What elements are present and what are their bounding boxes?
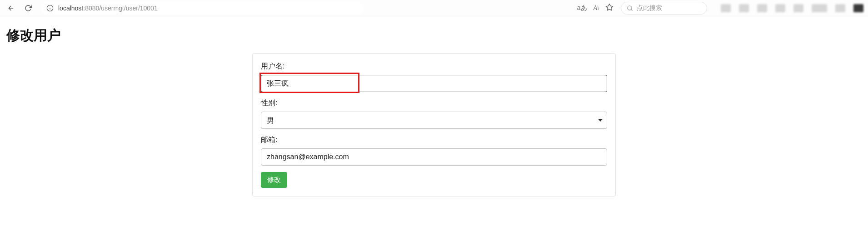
- blurred-extension-icon[interactable]: [739, 4, 749, 12]
- star-icon: [605, 3, 614, 11]
- svg-marker-4: [606, 4, 613, 10]
- favorite-button[interactable]: [605, 3, 614, 13]
- edit-user-form-card: 用户名: 性别: 男 邮箱: 修改: [252, 53, 616, 196]
- translate-icon[interactable]: aあ: [577, 4, 587, 12]
- browser-search-box[interactable]: 点此搜索: [621, 2, 707, 15]
- browser-toolbar: localhost:8080/usermgt/user/10001 aあ A\ …: [0, 0, 868, 16]
- blurred-extension-icon[interactable]: [775, 4, 785, 12]
- url-path: :8080/usermgt/user/10001: [83, 5, 157, 12]
- back-button[interactable]: [5, 2, 17, 15]
- blurred-extension-icon[interactable]: [757, 4, 767, 12]
- gender-select[interactable]: 男: [261, 112, 607, 129]
- search-icon: [627, 5, 633, 11]
- username-input[interactable]: [261, 75, 607, 92]
- toolbar-right-icons: aあ A\: [577, 3, 614, 13]
- refresh-icon: [25, 5, 32, 12]
- refresh-button[interactable]: [22, 2, 35, 15]
- info-icon: [46, 5, 54, 12]
- blurred-profile-icon[interactable]: [853, 4, 863, 12]
- blurred-extension-icon[interactable]: [793, 4, 803, 12]
- email-input[interactable]: [261, 148, 607, 166]
- submit-button[interactable]: 修改: [261, 172, 287, 188]
- address-bar[interactable]: localhost:8080/usermgt/user/10001: [41, 2, 364, 15]
- arrow-left-icon: [7, 5, 15, 12]
- blurred-extension-icon[interactable]: [721, 4, 731, 12]
- reader-mode-icon[interactable]: A\: [594, 5, 599, 12]
- blurred-extension-icon[interactable]: [812, 4, 827, 12]
- extension-icons: [721, 4, 863, 12]
- url-host: localhost: [58, 5, 83, 12]
- email-label: 邮箱:: [261, 135, 607, 145]
- svg-line-6: [631, 9, 633, 10]
- username-label: 用户名:: [261, 62, 607, 71]
- page-title: 修改用户: [6, 26, 862, 45]
- blurred-extension-icon[interactable]: [835, 4, 845, 12]
- gender-label: 性别:: [261, 98, 607, 108]
- search-placeholder: 点此搜索: [637, 4, 662, 12]
